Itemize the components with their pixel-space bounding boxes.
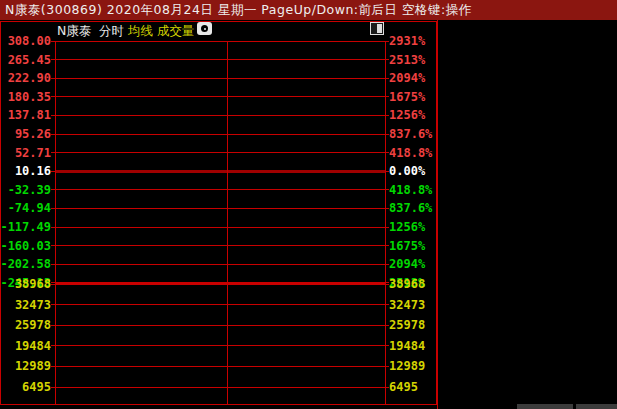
price-axis-label: 10.16 xyxy=(15,164,51,178)
pct-axis-label: 1675% xyxy=(389,239,426,253)
price-axis-label: -160.03 xyxy=(0,239,51,253)
trading-terminal: N康泰(300869) 2020年08月24日 星期一 PageUp/Down:… xyxy=(0,0,617,409)
price-axis-label: 180.35 xyxy=(8,90,51,104)
volume-axis-label-right: 12989 xyxy=(389,359,425,373)
volume-axis-label-right: 19484 xyxy=(389,339,425,353)
volume-axis-label-right: 25978 xyxy=(389,318,425,332)
pct-axis-label: 2513% xyxy=(389,53,426,67)
tape-scrollbar-thumb[interactable] xyxy=(576,404,617,409)
stock-name-label: N康泰 xyxy=(57,22,91,40)
price-axis-label: 95.26 xyxy=(15,127,51,141)
price-axis-label: -202.58 xyxy=(0,257,51,271)
pct-axis-label: 418.8% xyxy=(389,146,433,160)
volume-axis-label-right: 32473 xyxy=(389,298,425,312)
price-axis-label: 222.90 xyxy=(8,71,51,85)
price-axis-label: 52.71 xyxy=(15,146,51,160)
tab-timeline[interactable]: 分时 xyxy=(99,22,124,40)
tab-ma[interactable]: 均线 xyxy=(128,22,153,40)
price-axis-label: -74.94 xyxy=(8,201,51,215)
chart-toolbar: N康泰 分时 均线 成交量 xyxy=(0,22,437,40)
pct-axis-label: 1675% xyxy=(389,90,426,104)
pct-axis-label: 837.6% xyxy=(389,201,433,215)
volume-axis-label: 6495 xyxy=(22,380,51,394)
volume-axis-label-right: 38968 xyxy=(389,277,425,291)
volume-axis-label: 25978 xyxy=(15,318,51,332)
pct-axis-label: 1256% xyxy=(389,220,426,234)
window-title: N康泰(300869) 2020年08月24日 星期一 PageUp/Down:… xyxy=(5,2,472,17)
camera-icon[interactable] xyxy=(197,22,212,35)
volume-axis-label: 19484 xyxy=(15,339,51,353)
pct-axis-label: 1256% xyxy=(389,108,426,122)
volume-axis-label: 12989 xyxy=(15,359,51,373)
volume-axis-label: 32473 xyxy=(15,298,51,312)
volume-axis-label: 38968 xyxy=(15,277,51,291)
tab-volume[interactable]: 成交量 xyxy=(157,22,195,40)
intraday-chart[interactable]: 308.002931%265.452513%222.902094%180.351… xyxy=(0,20,437,409)
window-title-bar: N康泰(300869) 2020年08月24日 星期一 PageUp/Down:… xyxy=(0,0,617,20)
price-axis-label: 265.45 xyxy=(8,53,51,67)
time-and-sales-panel[interactable] xyxy=(438,20,617,409)
pct-axis-label: 2094% xyxy=(389,257,426,271)
tape-scrollbar[interactable] xyxy=(517,404,573,409)
pct-axis-label: 2094% xyxy=(389,71,426,85)
chart-border xyxy=(1,22,437,405)
price-axis-label: -32.39 xyxy=(8,183,51,197)
price-axis-label: -117.49 xyxy=(0,220,51,234)
pct-axis-label: 0.00% xyxy=(389,164,426,178)
pct-axis-label: 837.6% xyxy=(389,127,433,141)
pct-axis-label: 418.8% xyxy=(389,183,433,197)
intraday-chart-panel[interactable]: N康泰 分时 均线 成交量 308.002931%265.452513%222.… xyxy=(0,20,437,409)
volume-axis-label-right: 6495 xyxy=(389,380,418,394)
price-axis-label: 137.81 xyxy=(8,108,51,122)
panel-toggle-icon[interactable] xyxy=(370,22,384,35)
